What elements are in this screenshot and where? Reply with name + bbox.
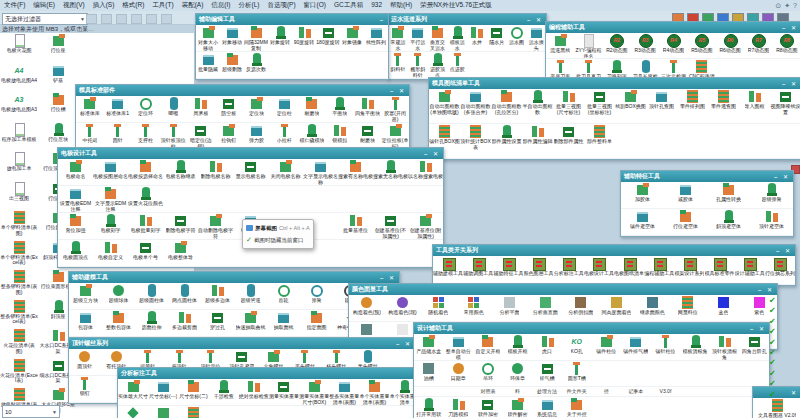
settings-icon[interactable]: ✦ xyxy=(784,2,790,10)
tool-item[interactable]: 批量基准位 xyxy=(338,213,373,239)
tool-item[interactable]: 分析垂直面 xyxy=(527,295,563,321)
palette-title-bar[interactable]: 编程辅助工具– ✕ xyxy=(546,22,800,33)
left-panel-item[interactable]: 整条锣料清单(Excel表) xyxy=(0,300,38,330)
tool-item[interactable]: KOKO孔 xyxy=(562,334,592,360)
tool-item[interactable]: 电极命名 xyxy=(58,159,93,185)
tool-item[interactable]: 垂直交叉运水 xyxy=(428,25,448,51)
tool-item[interactable]: 锁模扣 xyxy=(326,123,354,149)
left-panel-item[interactable]: 火花位清单(Excel表) xyxy=(0,359,38,389)
left-panel-item[interactable]: 程序加工单模板 xyxy=(0,123,38,153)
close-icon[interactable]: ✕ xyxy=(791,389,798,396)
tool-item[interactable]: 弹力胶 xyxy=(243,123,271,149)
tool-item[interactable]: 油槽 xyxy=(414,361,444,386)
tool-item[interactable]: 自动出图框数(单独图纸版) xyxy=(429,89,460,123)
palette-title-bar[interactable]: 辅助编辑工具– xyxy=(196,14,388,25)
menu-item[interactable]: GC工具箱 xyxy=(330,1,367,10)
tool-item[interactable]: 尺寸坐标(一) xyxy=(148,379,178,405)
tool-item[interactable]: 部件属性编辑 xyxy=(522,124,553,158)
tool-item[interactable]: 拉钩钉 xyxy=(215,123,243,149)
tool-item[interactable]: 以名称搜索电极 xyxy=(408,159,443,185)
tool-item[interactable]: 分析标注工具 xyxy=(554,256,584,284)
tool-item[interactable]: 构造着色(预) xyxy=(349,295,385,321)
tool-item[interactable]: 超级多边体 xyxy=(201,283,234,309)
tool-item[interactable]: 顶针统计BOX表 xyxy=(460,124,491,158)
palette-title-bar[interactable]: 颜色面显工具– ✕ xyxy=(349,284,777,295)
tool-item[interactable]: 顶针孔查图 xyxy=(646,89,677,123)
close-icon[interactable]: – ✕ xyxy=(782,80,798,87)
tool-item[interactable]: 超级删除 xyxy=(220,52,244,78)
tool-item[interactable]: 辅助调图工具 xyxy=(463,256,493,284)
tool-item[interactable]: 对象移动 xyxy=(220,25,244,51)
tool-item[interactable]: R8R8动态图 xyxy=(773,33,800,58)
tool-item[interactable]: 自定义开框 xyxy=(473,334,503,360)
toolbar-icon[interactable] xyxy=(131,14,142,24)
close-icon[interactable]: – ✕ xyxy=(782,24,798,31)
tool-item[interactable]: 编程辅助工具 xyxy=(644,256,674,284)
menu-item[interactable]: 帮助(H) xyxy=(386,1,416,10)
tool-item[interactable]: 选面拉伸 xyxy=(135,310,168,336)
tool-item[interactable]: 关闭电极名称 xyxy=(268,159,303,185)
tool-item[interactable]: 超级球体 xyxy=(102,283,135,309)
tool-item[interactable]: 包容体 xyxy=(69,310,102,336)
tool-item[interactable]: 对象旋转 xyxy=(268,25,292,51)
palette-title-bar[interactable]: 电极设计工具– ✕ xyxy=(58,148,443,159)
tool-item[interactable]: 镶件避空体 xyxy=(621,209,664,235)
close-icon[interactable]: – xyxy=(380,17,385,23)
menu-item[interactable]: 编辑(E) xyxy=(29,1,59,10)
tool-item[interactable]: 胶塞(开闭器) xyxy=(381,96,409,122)
tool-item[interactable]: 文字显示EDM注释 xyxy=(93,186,128,212)
tool-item[interactable]: 椭形斜料针 xyxy=(408,52,428,78)
tool-item[interactable]: 间隔32MM复制 xyxy=(244,25,268,51)
tool-item[interactable]: 电极单个号 xyxy=(128,240,163,266)
menu-item[interactable]: 荣景NX外挂V5.76正式版 xyxy=(416,1,496,10)
tool-item[interactable]: 模板运水 xyxy=(447,25,467,51)
tool-item[interactable]: 耐磨块 xyxy=(298,96,326,122)
menu-item[interactable]: 插入(S) xyxy=(89,1,119,10)
tool-item[interactable]: 绝对坐标检查 xyxy=(239,379,269,405)
toolbar-icon[interactable] xyxy=(161,14,172,24)
tool-item[interactable]: 自动出图框数(孔位区分) xyxy=(491,89,522,123)
tool-item[interactable]: 同高度面着色 xyxy=(599,295,635,321)
tool-item[interactable]: 虎口 xyxy=(532,334,562,360)
tool-item[interactable]: 平行运水 xyxy=(408,25,428,51)
tool-item[interactable]: 搜索有名称电极 xyxy=(338,159,373,185)
tool-item[interactable]: 防尘板 xyxy=(215,96,243,122)
tool-item[interactable]: 批量三视图(坐标标注) xyxy=(584,89,615,123)
tool-item[interactable]: 反选次数 xyxy=(244,52,268,78)
tool-item[interactable]: 线性阵列 xyxy=(364,25,388,51)
tool-item[interactable]: 设置电极EDM注释 xyxy=(58,186,93,212)
tool-item[interactable]: 实体最大尺寸 xyxy=(118,379,148,405)
tool-item[interactable]: 显示电极名称 xyxy=(233,159,268,185)
tool-item[interactable]: 尺寸坐标(二) xyxy=(178,379,208,405)
tool-item[interactable]: 吊环 xyxy=(473,361,503,386)
tool-item[interactable]: R6R6动态图 xyxy=(716,33,744,58)
tool-item[interactable]: 网显料位 xyxy=(670,295,706,321)
tool-item[interactable]: 干涉检查 xyxy=(209,379,239,405)
tool-item[interactable]: 运水圈 xyxy=(507,25,527,51)
screenshot-tooltip-option-row[interactable]: ✓ 截图时隐藏当前窗口 xyxy=(246,234,310,246)
toolbar-icon[interactable] xyxy=(101,14,112,24)
close-icon[interactable]: – ✕ xyxy=(527,16,543,23)
tool-item[interactable]: 导入图框 xyxy=(739,89,770,123)
tool-item[interactable]: 设计辅助工具 xyxy=(735,256,765,284)
tool-item[interactable]: 删除部件属性 xyxy=(553,124,584,158)
tool-item[interactable]: 辅助建模工具 xyxy=(433,256,463,284)
close-icon[interactable]: – ✕ xyxy=(390,87,406,94)
tool-item[interactable]: 弹簧 xyxy=(300,283,333,309)
menu-item[interactable]: 装配(A) xyxy=(178,1,208,10)
tool-item[interactable]: 模仁撬模块 xyxy=(298,123,326,149)
tool-item[interactable]: 减胶体 xyxy=(664,182,707,208)
close-icon[interactable]: – ✕ xyxy=(396,340,412,347)
tool-item[interactable]: 部件属性设置 xyxy=(491,124,522,158)
tool-item[interactable]: 电极圆顶点 xyxy=(58,240,93,266)
tool-item[interactable]: 两点圆柱体 xyxy=(168,283,201,309)
menu-item[interactable]: 视图(V) xyxy=(59,1,89,10)
palette-title-bar[interactable]: 分析标注工具– ✕ xyxy=(118,368,450,379)
toolbar-icon[interactable] xyxy=(86,14,97,24)
tool-item[interactable]: 镶件柱位 xyxy=(592,334,622,360)
left-panel-item[interactable]: 整条锣料清单(表图) xyxy=(0,270,38,300)
tool-item[interactable]: 电极按图层命名 xyxy=(93,159,128,185)
tool-item[interactable]: 整条实体重量清单(表图) xyxy=(329,379,359,405)
close-icon[interactable]: – ✕ xyxy=(774,173,790,180)
left-panel-item[interactable]: 出三视图 xyxy=(0,182,38,212)
